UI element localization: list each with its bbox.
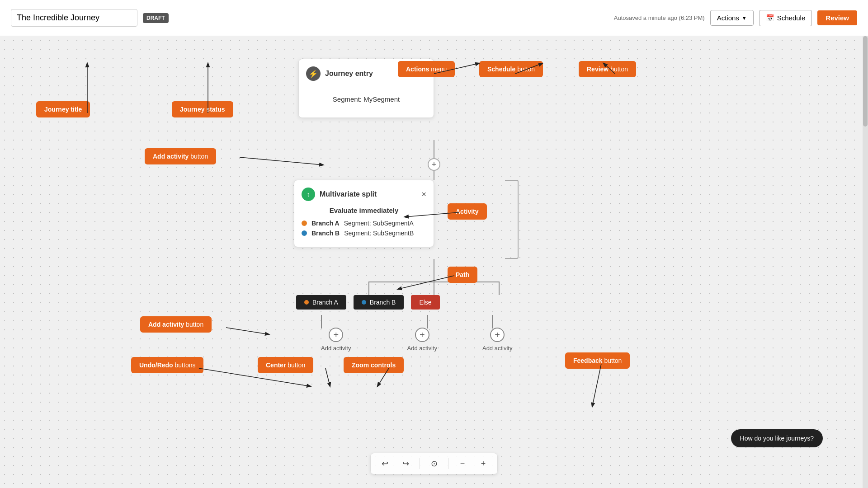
connector-2 [434, 171, 434, 180]
feedback-bubble-text: How do you like journeys? [740, 435, 814, 442]
split-card[interactable]: ↕ Multivariate split × Evaluate immediat… [294, 180, 434, 247]
connector-right [499, 282, 500, 295]
add-activity-button-branch-a[interactable]: + [329, 328, 343, 342]
top-bar-right: Autosaved a minute ago (6:23 PM) Actions… [614, 10, 857, 26]
connector-1 [434, 140, 434, 158]
actions-label: Actions [717, 14, 739, 22]
branch-b-path-label: Branch B [370, 299, 396, 306]
annotation-journey-title: Journey title [36, 101, 90, 117]
calendar-icon: 📅 [766, 14, 774, 22]
top-bar: DRAFT Autosaved a minute ago (6:23 PM) A… [0, 0, 868, 36]
journey-entry-card[interactable]: ⚡ Journey entry Segment: MySegment [298, 59, 434, 118]
activity-bracket [505, 180, 519, 259]
redo-button[interactable]: ↪ [399, 457, 412, 470]
annotation-schedule-button: Schedule button [479, 61, 543, 77]
branch-b-segment: Segment: SubSegmentB [344, 230, 414, 237]
redo-icon: ↪ [402, 459, 409, 469]
else-path[interactable]: Else [411, 295, 439, 310]
journey-entry-title: Journey entry [325, 70, 373, 78]
autosave-text: Autosaved a minute ago (6:23 PM) [614, 14, 705, 21]
connector-branch-b-down [427, 315, 428, 328]
schedule-label: Schedule [777, 14, 806, 22]
review-button[interactable]: Review [817, 10, 857, 25]
scrollbar-thumb[interactable] [863, 36, 868, 127]
branch-b-row: Branch B Segment: SubSegmentB [302, 230, 426, 237]
svg-line-10 [326, 368, 330, 386]
annotation-path: Path [448, 267, 477, 283]
toolbar-divider-2 [448, 458, 448, 469]
svg-line-11 [377, 368, 389, 386]
center-button[interactable]: ⊙ [427, 457, 441, 470]
journey-entry-body: Segment: MySegment [306, 88, 426, 110]
connector-mid [434, 282, 434, 295]
branch-b-dot [302, 230, 307, 236]
svg-line-12 [592, 364, 601, 407]
card-header: ⚡ Journey entry [306, 66, 426, 81]
split-card-title: Multivariate split [320, 190, 377, 198]
add-activity-else: + Add activity [482, 328, 512, 352]
feedback-bubble: How do you like journeys? [731, 429, 823, 447]
journey-canvas[interactable]: ⚡ Journey entry Segment: MySegment + ↕ M… [0, 36, 868, 488]
add-activity-button-else[interactable]: + [490, 328, 505, 342]
branch-b-path[interactable]: Branch B [354, 295, 404, 310]
zoom-in-icon: + [481, 459, 486, 469]
add-activity-branch-b: + Add activity [407, 328, 437, 352]
actions-menu-button[interactable]: Actions ▼ [710, 10, 754, 26]
scrollbar[interactable] [863, 36, 868, 488]
journey-entry-icon: ⚡ [306, 66, 321, 81]
add-activity-circle-top[interactable]: + [428, 158, 440, 171]
annotation-zoom-controls: Zoom controls [344, 357, 404, 373]
branch-a-label: Branch A [311, 220, 340, 227]
connector-left [368, 282, 369, 295]
svg-line-2 [434, 63, 479, 74]
branch-a-path[interactable]: Branch A [296, 295, 346, 310]
annotation-add-activity-top: Add activity button [145, 148, 216, 164]
review-label: Review [826, 14, 849, 22]
zoom-in-button[interactable]: + [476, 457, 490, 470]
zoom-out-icon: − [460, 459, 465, 469]
journey-title-input[interactable] [11, 9, 137, 27]
center-icon: ⊙ [431, 459, 438, 469]
split-icon: ↕ [302, 188, 315, 201]
annotation-feedback-button: Feedback button [565, 352, 630, 369]
branch-a-segment: Segment: SubSegmentA [344, 220, 414, 227]
connector-branch-a-down [321, 315, 322, 328]
svg-line-5 [240, 157, 323, 165]
annotation-undo-redo: Undo/Redo buttons [131, 357, 203, 373]
annotation-review-button: Review button [579, 61, 636, 77]
split-card-header-left: ↕ Multivariate split [302, 188, 377, 201]
annotation-activity: Activity [448, 203, 487, 220]
split-card-close-button[interactable]: × [421, 190, 426, 199]
else-path-label: Else [419, 299, 431, 306]
branch-a-dot [302, 221, 307, 226]
connector-3 [434, 259, 434, 282]
paths-row: Branch A Branch B Else [296, 295, 440, 310]
toolbar-divider-1 [420, 458, 420, 469]
annotation-center-button: Center button [258, 357, 313, 373]
svg-line-7 [398, 276, 454, 289]
undo-icon: ↩ [382, 459, 388, 469]
chevron-down-icon: ▼ [742, 15, 747, 21]
add-activity-row: + Add activity + Add activity + Add acti… [199, 328, 512, 352]
draft-badge: DRAFT [143, 13, 169, 23]
add-activity-button-branch-b[interactable]: + [415, 328, 429, 342]
add-activity-label-branch-b: Add activity [407, 345, 437, 352]
svg-line-3 [515, 63, 542, 74]
undo-button[interactable]: ↩ [378, 457, 392, 470]
branch-b-path-dot [362, 300, 366, 305]
schedule-button[interactable]: 📅 Schedule [759, 10, 812, 26]
evaluate-label: Evaluate immediately [302, 206, 426, 214]
branch-b-label: Branch B [311, 230, 340, 237]
branch-a-path-dot [304, 300, 309, 305]
add-activity-label-else: Add activity [482, 345, 512, 352]
connector-else-down [492, 315, 493, 328]
branch-a-path-label: Branch A [312, 299, 338, 306]
add-activity-label-branch-a: Add activity [321, 345, 351, 352]
bottom-toolbar: ↩ ↪ ⊙ − + [370, 453, 498, 474]
branch-a-row: Branch A Segment: SubSegmentA [302, 220, 426, 227]
svg-line-4 [604, 63, 615, 74]
split-card-header: ↕ Multivariate split × [302, 188, 426, 201]
annotation-journey-status: Journey status [172, 101, 233, 117]
svg-line-9 [199, 368, 311, 386]
zoom-out-button[interactable]: − [456, 457, 469, 470]
